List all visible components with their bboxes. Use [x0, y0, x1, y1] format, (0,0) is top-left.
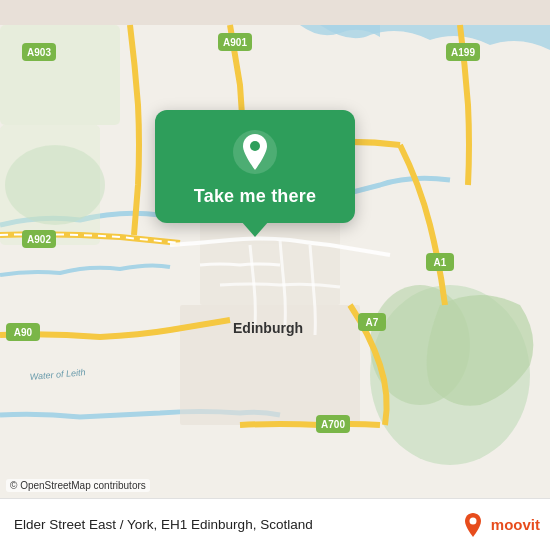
svg-point-31	[250, 141, 260, 151]
svg-rect-3	[0, 25, 120, 125]
moovit-icon	[459, 511, 487, 539]
osm-attribution: © OpenStreetMap contributors	[6, 479, 150, 492]
address-label: Elder Street East / York, EH1 Edinburgh,…	[14, 517, 459, 532]
map-background: A903 A901 A902 A900 A199 A1 A90 A7 A700 …	[0, 0, 550, 550]
popup-card: Take me there	[155, 110, 355, 223]
svg-text:A902: A902	[27, 234, 51, 245]
moovit-text: moovit	[491, 516, 540, 533]
svg-point-5	[5, 145, 105, 225]
svg-text:Edinburgh: Edinburgh	[233, 320, 303, 336]
bottom-bar: Elder Street East / York, EH1 Edinburgh,…	[0, 498, 550, 550]
svg-text:A1: A1	[434, 257, 447, 268]
svg-text:A700: A700	[321, 419, 345, 430]
svg-text:A901: A901	[223, 37, 247, 48]
location-pin-icon	[231, 128, 279, 176]
svg-point-32	[469, 517, 476, 524]
svg-text:A199: A199	[451, 47, 475, 58]
svg-text:A90: A90	[14, 327, 33, 338]
svg-text:A7: A7	[366, 317, 379, 328]
moovit-logo: moovit	[459, 511, 540, 539]
svg-text:A903: A903	[27, 47, 51, 58]
map-container: A903 A901 A902 A900 A199 A1 A90 A7 A700 …	[0, 0, 550, 550]
take-me-there-button[interactable]: Take me there	[194, 186, 316, 207]
